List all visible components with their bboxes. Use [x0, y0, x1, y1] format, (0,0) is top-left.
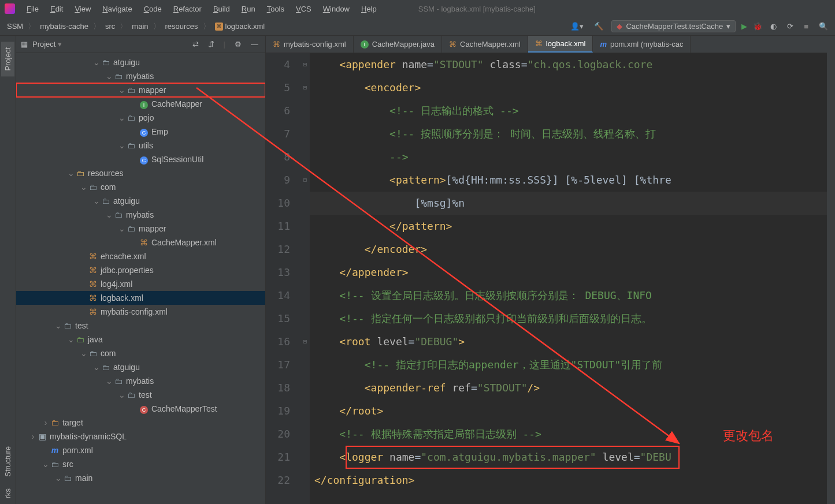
code-line[interactable]: <!-- 日志输出的格式 --> [310, 99, 827, 122]
bookmarks-tool-tab[interactable]: rks [1, 483, 14, 504]
code-line[interactable]: </root> [310, 400, 827, 423]
editor-tab[interactable]: ⌘CacheMapper.xml [442, 36, 528, 53]
tree-row[interactable]: mpom.xml [16, 443, 265, 457]
menu-tools[interactable]: Tools [261, 2, 290, 16]
chevron-down-icon[interactable]: ⌄ [80, 349, 88, 358]
fold-marker[interactable] [300, 423, 310, 446]
fold-marker[interactable] [300, 99, 310, 122]
tree-row[interactable]: ⌘ehcache.xml [16, 249, 265, 263]
fold-marker[interactable] [300, 215, 310, 238]
editor-tab[interactable]: ⌘mybatis-config.xml [266, 36, 354, 53]
tree-row[interactable]: ICacheMapper [16, 97, 265, 111]
chevron-down-icon[interactable]: ⌄ [67, 169, 75, 178]
chevron-down-icon[interactable]: ⌄ [42, 460, 50, 469]
tree-row[interactable]: ⌄🗀test [16, 319, 265, 333]
editor-tab[interactable]: mpom.xml (mybatis-cac [593, 36, 691, 53]
tree-row[interactable]: ⌄🗀mybatis [16, 208, 265, 222]
code-line[interactable]: <!-- 指定任何一个日志级别都只打印当前级别和后面级别的日志。 [310, 307, 827, 330]
fold-marker[interactable] [300, 469, 310, 492]
chevron-down-icon[interactable]: ⌄ [118, 224, 126, 233]
fold-marker[interactable]: ⊟ [300, 169, 310, 192]
user-icon[interactable]: 👤▾ [568, 22, 586, 31]
editor-body[interactable]: 45678910111213141516171819202122 ⊟⊟⊟⊟ <a… [266, 53, 827, 504]
fold-marker[interactable] [300, 261, 310, 284]
chevron-down-icon[interactable]: ⌄ [105, 376, 113, 386]
tree-row[interactable]: ⌄🗀atguigu [16, 194, 265, 208]
fold-marker[interactable] [300, 446, 310, 469]
fold-marker[interactable] [300, 145, 310, 169]
tree-row[interactable]: ⌘logback.xml [16, 291, 265, 305]
menu-help[interactable]: Help [355, 2, 383, 16]
tree-row[interactable]: ⌄🗀mapper [16, 222, 265, 236]
fold-marker[interactable] [300, 353, 310, 376]
stop-icon[interactable]: ■ [801, 22, 811, 31]
chevron-down-icon[interactable]: ⌄ [92, 196, 101, 206]
code-line[interactable]: <root level="DEBUG"> [310, 330, 827, 353]
breadcrumb-item[interactable]: mybatis-cache [38, 21, 91, 32]
code-line[interactable]: </appender> [310, 261, 827, 284]
tree-row[interactable]: ⌄🗀atguigu [16, 55, 265, 69]
select-opened-icon[interactable]: ⇄ [190, 40, 201, 48]
debug-icon[interactable]: 🐞 [753, 22, 762, 31]
chevron-right-icon[interactable]: › [42, 418, 50, 427]
tree-row[interactable]: ⌘jdbc.properties [16, 263, 265, 277]
chevron-down-icon[interactable]: ⌄ [118, 390, 126, 400]
build-icon[interactable]: 🔨 [592, 22, 606, 31]
chevron-down-icon[interactable]: ⌄ [67, 335, 75, 344]
menu-build[interactable]: Build [207, 2, 236, 16]
chevron-down-icon[interactable]: ⌄ [118, 113, 126, 122]
menu-view[interactable]: View [69, 2, 97, 16]
profile-icon[interactable]: ⟳ [785, 22, 796, 31]
search-icon[interactable]: 🔍 [817, 22, 830, 31]
chevron-down-icon[interactable]: ⌄ [54, 473, 62, 483]
tree-row[interactable]: CEmp [16, 125, 265, 139]
tree-row[interactable]: ⌘mybatis-config.xml [16, 305, 265, 319]
fold-marker[interactable] [300, 307, 310, 330]
code-line[interactable]: <!-- 按照顺序分别是： 时间、日志级别、线程名称、打 [310, 122, 827, 145]
tree-row[interactable]: ⌄🗀utils [16, 139, 265, 152]
chevron-down-icon[interactable]: ⌄ [92, 58, 101, 67]
chevron-down-icon[interactable]: ⌄ [105, 210, 113, 219]
fold-marker[interactable] [300, 192, 310, 215]
tree-row[interactable]: ⌄🗀mapper [16, 83, 265, 97]
tree-row[interactable]: ⌄🗀pojo [16, 111, 265, 125]
fold-marker[interactable] [300, 376, 310, 400]
chevron-down-icon[interactable]: ⌄ [118, 141, 126, 150]
tree-row[interactable]: ⌄🗀test [16, 388, 265, 402]
editor-tab[interactable]: ICacheMapper.java [354, 36, 442, 53]
code-line[interactable]: <appender name="STDOUT" class="ch.qos.lo… [310, 53, 827, 76]
chevron-down-icon[interactable]: ⌄ [80, 182, 88, 192]
code-line[interactable]: </pattern> [310, 215, 827, 238]
editor-tab[interactable]: ⌘logback.xml [528, 36, 593, 53]
tree-row[interactable]: ›▣mybatis-dynamicSQL [16, 430, 265, 443]
menu-navigate[interactable]: Navigate [97, 2, 138, 16]
menu-refactor[interactable]: Refactor [168, 2, 207, 16]
coverage-icon[interactable]: ◐ [768, 22, 779, 31]
tree-row[interactable]: ⌘CacheMapper.xml [16, 236, 265, 249]
fold-marker[interactable]: ⊟ [300, 76, 310, 99]
menu-code[interactable]: Code [138, 2, 168, 16]
tree-row[interactable]: ⌄🗀resources [16, 166, 265, 180]
expand-all-icon[interactable]: ⇵ [206, 40, 217, 48]
code-area[interactable]: <appender name="STDOUT" class="ch.qos.lo… [310, 53, 827, 504]
menu-edit[interactable]: Edit [44, 2, 69, 16]
chevron-down-icon[interactable]: ⌄ [54, 321, 62, 330]
tree-row[interactable]: CSqlSessionUtil [16, 152, 265, 166]
fold-marker[interactable] [300, 284, 310, 307]
breadcrumb-item[interactable]: main [129, 21, 150, 32]
hide-panel-icon[interactable]: — [248, 40, 261, 48]
tree-row[interactable]: ⌄🗀atguigu [16, 360, 265, 374]
tree-row[interactable]: ›🗀target [16, 416, 265, 430]
breadcrumb-item[interactable]: ⌘logback.xml [213, 21, 268, 32]
fold-marker[interactable] [300, 122, 310, 145]
tree-row[interactable]: CCacheMapperTest [16, 402, 265, 416]
menu-window[interactable]: Window [317, 2, 355, 16]
code-line[interactable]: <encoder> [310, 76, 827, 99]
breadcrumb-item[interactable]: SSM [5, 21, 25, 32]
gear-icon[interactable]: ⚙ [232, 40, 244, 48]
chevron-down-icon[interactable]: ⌄ [105, 72, 113, 81]
fold-marker[interactable]: ⊟ [300, 53, 310, 76]
run-icon[interactable]: ▶ [741, 22, 747, 31]
code-line[interactable]: <appender-ref ref="STDOUT"/> [310, 376, 827, 400]
code-line[interactable]: </configuration> [310, 469, 827, 492]
